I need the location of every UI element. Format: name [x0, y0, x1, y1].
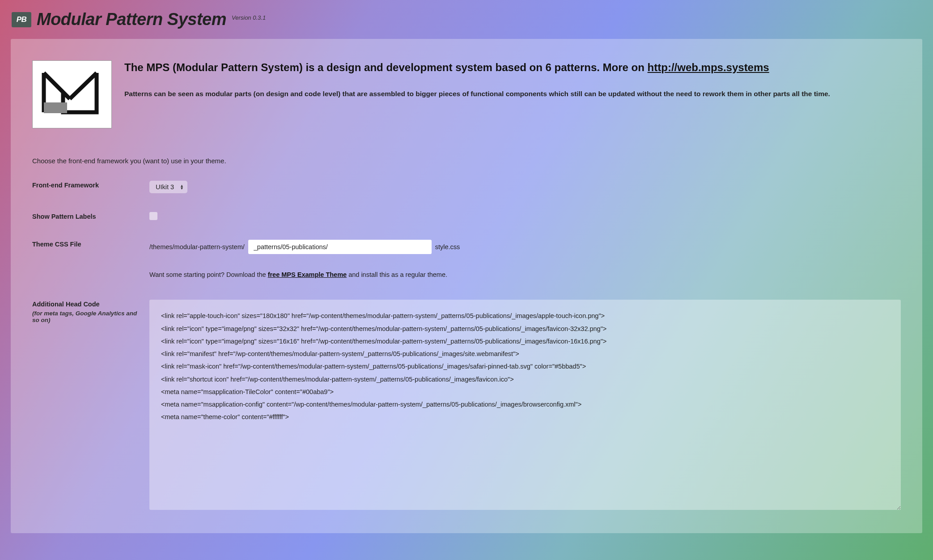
framework-select-value: UIkit 3: [156, 183, 174, 191]
css-row: Theme CSS File /themes/modular-pattern-s…: [32, 240, 901, 278]
intro-lead: The MPS (Modular Pattern System) is a de…: [124, 60, 901, 75]
framework-choose-text: Choose the front-end framework you (want…: [32, 157, 901, 165]
main-panel: The MPS (Modular Pattern System) is a de…: [11, 39, 922, 533]
intro-description: Patterns can be seen as modular parts (o…: [124, 89, 901, 99]
example-theme-link[interactable]: free MPS Example Theme: [268, 271, 347, 278]
framework-row: Front-end Framework UIkit 3 ▴▾: [32, 181, 901, 193]
head-code-label: Additional Head Code: [32, 300, 139, 309]
head-code-textarea[interactable]: [149, 300, 901, 510]
intro-lead-text: The MPS (Modular Pattern System) is a de…: [124, 61, 648, 73]
svg-rect-0: [44, 102, 67, 113]
css-prefix: /themes/modular-pattern-system/: [149, 243, 245, 250]
framework-select[interactable]: UIkit 3 ▴▾: [149, 181, 187, 193]
select-caret-icon: ▴▾: [181, 184, 183, 190]
page-header: PB Modular Pattern System Version 0.3.1: [0, 0, 933, 39]
css-path-input[interactable]: [248, 240, 432, 254]
hint-post: and install this as a regular theme.: [347, 271, 447, 278]
pb-badge: PB: [12, 12, 31, 27]
css-label: Theme CSS File: [32, 240, 139, 249]
hint-text: Want some starting point? Download the f…: [149, 271, 901, 278]
css-suffix: style.css: [435, 243, 460, 250]
hint-pre: Want some starting point? Download the: [149, 271, 268, 278]
framework-label: Front-end Framework: [32, 181, 139, 190]
head-code-sublabel: (for meta tags, Google Analytics and so …: [32, 310, 139, 323]
page-title: Modular Pattern System: [37, 10, 226, 29]
labels-checkbox[interactable]: [149, 212, 157, 220]
mps-logo-icon: [38, 68, 106, 121]
version-label: Version 0.3.1: [232, 14, 266, 21]
intro-link[interactable]: http://web.mps.systems: [648, 61, 769, 73]
labels-row: Show Pattern Labels: [32, 212, 901, 221]
intro-section: The MPS (Modular Pattern System) is a de…: [32, 60, 901, 128]
head-code-row: Additional Head Code (for meta tags, Goo…: [32, 300, 901, 512]
mps-logo: [32, 60, 112, 128]
labels-label: Show Pattern Labels: [32, 212, 139, 221]
